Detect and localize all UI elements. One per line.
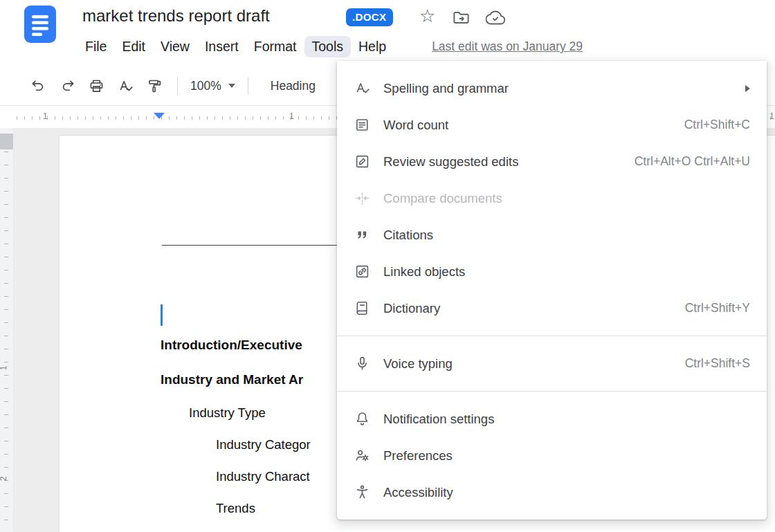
doc-heading: Industry and Market Ar	[161, 372, 303, 387]
preferences-icon	[354, 448, 370, 464]
toolbar-separator	[248, 77, 248, 95]
menu-edit[interactable]: Edit	[114, 36, 153, 57]
google-docs-window: market trends report draft .DOCX ☆ File …	[0, 0, 775, 532]
submenu-arrow-icon	[745, 85, 750, 92]
review-edits-icon	[354, 154, 370, 169]
citations-icon	[354, 227, 370, 243]
styles-select[interactable]: Heading	[271, 79, 316, 93]
print-icon[interactable]	[83, 73, 109, 99]
menu-item-word-count[interactable]: Word count Ctrl+Shift+C	[337, 107, 767, 143]
menu-item-shortcut: Ctrl+Alt+O Ctrl+Alt+U	[635, 154, 750, 169]
microphone-icon	[354, 356, 370, 372]
menu-item-label: Spelling and grammar	[383, 81, 509, 96]
menu-item-label: Dictionary	[383, 301, 440, 316]
word-count-icon	[354, 117, 370, 133]
menu-help[interactable]: Help	[351, 36, 394, 57]
redo-icon[interactable]	[54, 73, 80, 99]
menu-item-label: Citations	[383, 228, 433, 243]
last-edit-link[interactable]: Last edit was on January 29	[432, 39, 583, 54]
menu-item-label: Accessibility	[383, 485, 453, 500]
menu-item-label: Preferences	[383, 448, 453, 464]
chevron-down-icon	[228, 84, 235, 88]
star-icon[interactable]: ☆	[419, 6, 435, 27]
menu-item-notification-settings[interactable]: Notification settings	[337, 401, 767, 437]
menu-format[interactable]: Format	[246, 36, 304, 57]
menu-item-shortcut: Ctrl+Shift+C	[684, 118, 750, 132]
text-cursor	[161, 304, 163, 326]
dictionary-icon	[354, 300, 370, 316]
linked-objects-icon	[354, 264, 370, 279]
vertical-ruler-ticks	[4, 152, 8, 529]
menu-file[interactable]: File	[78, 36, 114, 57]
menu-view[interactable]: View	[153, 36, 197, 57]
menu-item-preferences[interactable]: Preferences	[337, 437, 767, 474]
compare-documents-icon	[354, 190, 370, 206]
ruler-label: 1	[289, 111, 294, 121]
vruler-label: 2	[0, 477, 8, 481]
indent-marker[interactable]	[154, 112, 165, 119]
doc-outline-item: Industry Charact	[216, 469, 310, 484]
menu-divider	[337, 336, 767, 336]
toolbar-separator	[177, 77, 178, 95]
menu-insert[interactable]: Insert	[197, 36, 246, 57]
menubar: File Edit View Insert Format Tools Help …	[78, 36, 583, 57]
menu-item-label: Compare documents	[383, 191, 502, 206]
bell-icon	[354, 411, 370, 427]
vertical-ruler: 1 2	[0, 128, 13, 532]
ruler-label: 1	[43, 111, 48, 121]
undo-icon[interactable]	[25, 73, 51, 99]
menu-item-accessibility[interactable]: Accessibility	[337, 474, 767, 511]
left-indent-marker[interactable]	[154, 113, 165, 119]
menu-item-label: Review suggested edits	[383, 154, 518, 169]
zoom-select[interactable]: 100%	[185, 79, 241, 93]
menu-tools[interactable]: Tools	[304, 36, 352, 57]
doc-outline-item: Industry Categor	[216, 437, 311, 452]
doc-outline-item: Industry Type	[189, 405, 266, 421]
tools-menu-dropdown: Spelling and grammar Word count Ctrl+Shi…	[337, 61, 767, 520]
menu-item-linked-objects[interactable]: Linked objects	[337, 253, 767, 290]
spellcheck-icon[interactable]	[112, 73, 138, 99]
menu-item-label: Voice typing	[383, 356, 453, 372]
accessibility-icon	[354, 484, 370, 500]
menu-item-shortcut: Ctrl+Shift+S	[685, 356, 750, 371]
menu-item-compare-documents: Compare documents	[337, 180, 767, 217]
menu-item-label: Notification settings	[383, 412, 494, 427]
menu-item-review-suggested-edits[interactable]: Review suggested edits Ctrl+Alt+O Ctrl+A…	[337, 143, 767, 180]
docs-logo-icon[interactable]	[23, 4, 57, 47]
paint-format-icon[interactable]	[141, 73, 167, 99]
menu-item-spelling-and-grammar[interactable]: Spelling and grammar	[337, 70, 767, 107]
move-folder-icon[interactable]	[452, 8, 471, 30]
vruler-label: 1	[0, 366, 8, 371]
menu-divider	[337, 391, 767, 392]
cloud-status-icon[interactable]	[486, 8, 505, 30]
menu-item-dictionary[interactable]: Dictionary Ctrl+Shift+Y	[337, 290, 767, 327]
doc-heading: Introduction/Executive	[161, 338, 302, 353]
menu-item-label: Word count	[383, 118, 448, 133]
ruler-label: 1	[769, 111, 774, 121]
vertical-ruler-margin	[0, 134, 13, 149]
docx-format-badge: .DOCX	[346, 8, 393, 26]
menu-item-shortcut: Ctrl+Shift+Y	[685, 301, 750, 315]
spellcheck-icon	[354, 80, 370, 96]
menu-item-label: Linked objects	[383, 264, 465, 279]
zoom-value: 100%	[190, 79, 221, 93]
menu-item-voice-typing[interactable]: Voice typing Ctrl+Shift+S	[337, 345, 767, 382]
document-title[interactable]: market trends report draft	[82, 6, 270, 26]
menu-item-citations[interactable]: Citations	[337, 217, 767, 253]
doc-outline-item: Trends	[216, 501, 255, 516]
